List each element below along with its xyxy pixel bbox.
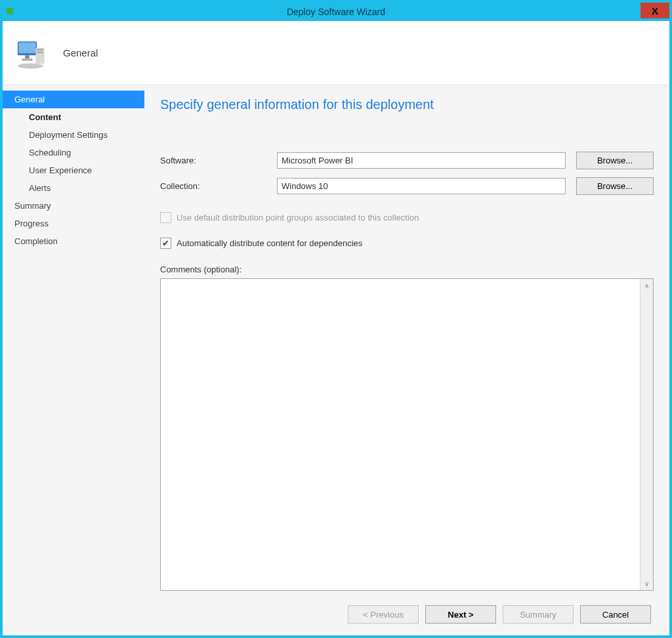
svg-rect-4: [22, 58, 32, 60]
default-distribution-checkbox: [160, 212, 171, 223]
collection-browse-button[interactable]: Browse...: [576, 177, 654, 195]
sidebar-item-user-experience[interactable]: User Experience: [3, 161, 144, 179]
sidebar-item-label: Progress: [14, 219, 49, 228]
default-distribution-label: Use default distribution point groups as…: [177, 213, 419, 223]
window-title: Deploy Software Wizard: [287, 7, 385, 17]
svg-rect-6: [37, 49, 43, 50]
svg-rect-2: [19, 42, 36, 53]
auto-distribute-checkbox[interactable]: ✔: [160, 238, 171, 249]
status-indicator-icon: [7, 8, 13, 14]
close-icon: X: [652, 5, 658, 16]
wizard-window: Deploy Software Wizard X General General…: [0, 0, 672, 638]
sidebar-item-label: Deployment Settings: [29, 130, 108, 140]
auto-distribute-checkbox-row[interactable]: ✔ Automatically distribute content for d…: [160, 238, 654, 249]
sidebar-item-label: User Experience: [29, 165, 92, 175]
wizard-monitor-icon: [14, 36, 49, 70]
header: General: [3, 21, 669, 85]
sidebar-item-label: Content: [29, 112, 61, 122]
next-button[interactable]: Next >: [425, 605, 496, 624]
cancel-button[interactable]: Cancel: [580, 605, 651, 624]
comments-scrollbar[interactable]: ∧ ∨: [640, 279, 653, 590]
sidebar-item-label: General: [14, 95, 45, 104]
sidebar-item-summary[interactable]: Summary: [3, 197, 144, 215]
previous-button: < Previous: [348, 605, 419, 624]
sidebar-item-content[interactable]: Content: [3, 108, 144, 126]
body: General Content Deployment Settings Sche…: [3, 85, 669, 635]
auto-distribute-label: Automatically distribute content for dep…: [177, 238, 362, 248]
page-title: Specify general information for this dep…: [160, 97, 654, 112]
software-browse-button[interactable]: Browse...: [576, 152, 654, 169]
sidebar-item-completion[interactable]: Completion: [3, 232, 144, 250]
svg-rect-3: [25, 55, 30, 58]
comments-field-wrap: ∧ ∨: [160, 278, 654, 591]
wizard-footer: < Previous Next > Summary Cancel: [160, 591, 654, 626]
sidebar-item-label: Scheduling: [29, 148, 71, 158]
page-heading: General: [63, 47, 98, 58]
summary-button: Summary: [503, 605, 574, 624]
sidebar-item-progress[interactable]: Progress: [3, 215, 144, 232]
scroll-up-icon[interactable]: ∧: [640, 279, 653, 292]
scroll-down-icon[interactable]: ∨: [640, 577, 653, 590]
comments-label: Comments (optional):: [160, 265, 654, 274]
main-panel: Specify general information for this dep…: [144, 85, 669, 635]
software-input[interactable]: [277, 152, 566, 169]
svg-point-0: [18, 63, 43, 68]
sidebar-item-label: Completion: [14, 236, 58, 246]
checkmark-icon: ✔: [162, 238, 169, 248]
sidebar-item-deployment-settings[interactable]: Deployment Settings: [3, 126, 144, 144]
sidebar-item-scheduling[interactable]: Scheduling: [3, 144, 144, 161]
collection-label: Collection:: [160, 181, 277, 191]
collection-row: Collection: Browse...: [160, 177, 654, 195]
titlebar: Deploy Software Wizard X: [3, 3, 669, 21]
software-row: Software: Browse...: [160, 152, 654, 169]
wizard-steps-sidebar: General Content Deployment Settings Sche…: [3, 85, 144, 635]
comments-textarea[interactable]: [161, 279, 640, 590]
sidebar-item-alerts[interactable]: Alerts: [3, 179, 144, 197]
default-distribution-checkbox-row: Use default distribution point groups as…: [160, 212, 654, 223]
sidebar-item-label: Summary: [14, 201, 51, 211]
sidebar-item-general[interactable]: General: [3, 91, 144, 108]
software-label: Software:: [160, 156, 277, 165]
svg-rect-7: [37, 51, 43, 53]
collection-input[interactable]: [277, 178, 566, 194]
sidebar-item-label: Alerts: [29, 183, 51, 193]
close-button[interactable]: X: [640, 3, 669, 18]
